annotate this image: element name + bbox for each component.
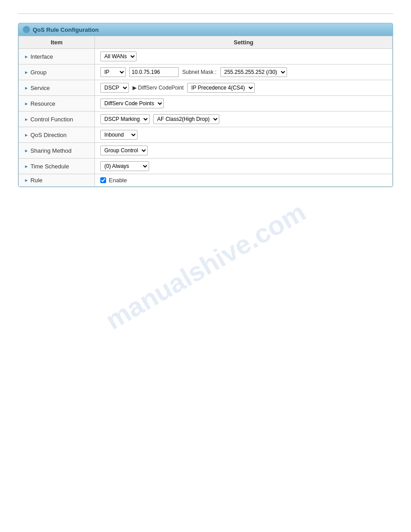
group-ip-input[interactable] — [129, 67, 179, 77]
rule-enable-checkbox[interactable] — [100, 177, 106, 183]
label-text-3: Resource — [30, 100, 56, 107]
row-setting-3: DiffServ Code PointsBandwidthPriority — [95, 96, 393, 112]
row-label-4: ►Control Function — [19, 112, 95, 127]
select-5-1[interactable]: InboundOutboundBoth — [100, 130, 137, 140]
select-1-1[interactable]: IPMACAny — [100, 67, 126, 77]
arrow-icon-6: ► — [24, 148, 29, 153]
label-text-6: Sharing Method — [30, 147, 72, 154]
select-1-2[interactable]: 255.255.255.252 (/30)255.255.255.0 (/24)… — [220, 67, 287, 77]
arrow-icon-2: ► — [24, 86, 29, 90]
qos-table: Item Setting ►InterfaceAll WANsWAN1WAN2►… — [18, 36, 393, 187]
row-setting-5: InboundOutboundBoth — [95, 127, 393, 143]
label-text-2: Service — [30, 85, 50, 91]
label-text-5: QoS Direction — [30, 132, 67, 138]
row-setting-0: All WANsWAN1WAN2 — [95, 49, 393, 64]
arrow-icon-4: ► — [24, 117, 29, 122]
label-text-7: Time Schedule — [30, 163, 69, 170]
label-text-1: Group — [30, 69, 47, 76]
col-item-header: Item — [19, 36, 95, 49]
qos-title: QoS Rule Configuration — [33, 26, 98, 33]
row-setting-1: IPMACAnySubnet Mask :255.255.255.252 (/3… — [95, 64, 393, 80]
select-2-2[interactable]: IP Precedence 4(CS4)IP Precedence 0(CS0)… — [187, 83, 255, 93]
select-7-1[interactable]: (0) Always(1) Schedule 1(2) Schedule 2 — [100, 161, 149, 171]
monitor-icon — [23, 26, 30, 33]
page-divider — [18, 13, 393, 14]
label-text-0: Interface — [30, 53, 53, 60]
arrow-icon-1: ► — [24, 70, 29, 75]
col-setting-header: Setting — [95, 36, 393, 49]
select-3-1[interactable]: DiffServ Code PointsBandwidthPriority — [100, 99, 164, 108]
rule-enable-label: Enable — [109, 177, 127, 184]
row-setting-2: DSCPTCPUDPAny▶ DiffServ CodePointIP Prec… — [95, 80, 393, 96]
row-setting-4: DSCP MarkingRate LimitPriorityAF Class2(… — [95, 112, 393, 127]
select-4-1[interactable]: DSCP MarkingRate LimitPriority — [100, 114, 150, 124]
label-text-8: Rule — [30, 177, 43, 184]
label-text-4: Control Function — [30, 116, 73, 123]
row-label-0: ►Interface — [19, 49, 95, 64]
row-label-3: ►Resource — [19, 96, 95, 112]
diffserv-label-2: ▶ DiffServ CodePoint — [133, 85, 184, 91]
row-label-5: ►QoS Direction — [19, 127, 95, 143]
subnet-label-1: Subnet Mask : — [182, 69, 217, 75]
row-label-8: ►Rule — [19, 174, 95, 187]
row-setting-7: (0) Always(1) Schedule 1(2) Schedule 2 — [95, 159, 393, 174]
row-label-6: ►Sharing Method — [19, 143, 95, 159]
arrow-icon-5: ► — [24, 133, 29, 137]
select-4-2[interactable]: AF Class2(High Drop)AF Class1(Low Drop)B… — [153, 114, 219, 124]
row-label-2: ►Service — [19, 80, 95, 96]
qos-rule-config-container: QoS Rule Configuration Item Setting ►Int… — [18, 23, 393, 187]
arrow-icon-7: ► — [24, 164, 29, 169]
select-6-1[interactable]: Group ControlIndividualShared — [100, 146, 148, 155]
row-setting-6: Group ControlIndividualShared — [95, 143, 393, 159]
row-label-1: ►Group — [19, 64, 95, 80]
row-label-7: ►Time Schedule — [19, 159, 95, 174]
select-2-1[interactable]: DSCPTCPUDPAny — [100, 83, 129, 93]
select-0-1[interactable]: All WANsWAN1WAN2 — [100, 51, 137, 61]
arrow-icon-8: ► — [24, 178, 29, 183]
arrow-icon-0: ► — [24, 54, 29, 59]
arrow-icon-3: ► — [24, 101, 29, 106]
qos-header: QoS Rule Configuration — [18, 23, 393, 36]
row-setting-8: Enable — [95, 174, 393, 187]
